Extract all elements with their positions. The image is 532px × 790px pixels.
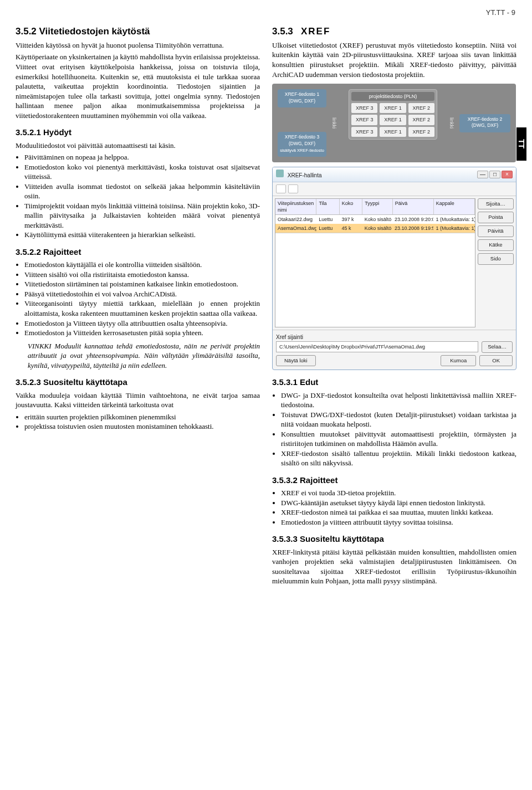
diagram-cell: XREF 2 xyxy=(408,115,434,125)
pln-box: projektitiedosto (PLN) XREF 3 XREF 1 XRE… xyxy=(349,89,437,140)
list-item: erittäin suurten projektien pilkkominen … xyxy=(24,412,260,422)
paragraph: Käyttöperiaate on yksinkertainen ja käyt… xyxy=(16,52,260,120)
heading-3532: 3.5.3.2 Rajoitteet xyxy=(272,475,516,486)
page-number: YT.TT - 9 xyxy=(486,8,515,18)
poista-button[interactable]: Poista xyxy=(478,212,514,223)
diagram-cell: XREF 2 xyxy=(408,103,434,113)
right-column: 3.5.3 XREF Ulkoiset viitetiedostot (XREF… xyxy=(272,25,516,588)
cell: Luettu xyxy=(316,224,339,233)
heading-3531: 3.5.3.1 Edut xyxy=(272,377,516,388)
sijoita-button[interactable]: Sijoita… xyxy=(478,198,514,210)
list-item: Tiimiprojektit voidaan myös linkittää vi… xyxy=(24,201,260,230)
heading-353: 3.5.3 XREF xyxy=(272,25,516,38)
xref-block-1-title: XREF-tiedosto 1 (DWG, DXF) xyxy=(280,91,324,105)
list-item: Toistuvat DWG/DXF-tiedostot (kuten Detal… xyxy=(281,410,516,429)
cell: 45 k xyxy=(339,224,362,233)
cell: Luettu xyxy=(316,215,339,224)
tool-icon[interactable] xyxy=(276,184,286,193)
list-3523: erittäin suurten projektien pilkkominen … xyxy=(16,412,260,432)
table-row-selected[interactable]: AsemaOma1.dwg Luettu 45 k Koko sisältö 2… xyxy=(275,224,475,233)
list-item: DWG- ja DXF-tiedostot konsulteilta ovat … xyxy=(281,391,516,410)
paragraph: Viitteiden käytössä on hyvät ja huonot p… xyxy=(16,40,260,50)
xref-manager-window: XREF-hallinta — □ × Viitepiirustuksen ni… xyxy=(272,167,516,370)
ok-button[interactable]: OK xyxy=(479,355,513,367)
paragraph: XREF-linkitystä pitäisi käyttää pelkästä… xyxy=(272,547,516,586)
cell: 397 k xyxy=(339,215,362,224)
katke-button[interactable]: Kätke xyxy=(478,239,514,251)
hint-block: VINKKI Moduulit kannattaa tehdä emotiedo… xyxy=(28,341,260,371)
list-item: Emotiedoston ja Viitteen täytyy olla att… xyxy=(24,319,260,329)
list-item: Viitteiden avulla isommat tiedostot on s… xyxy=(24,182,260,201)
titlebar: XREF-hallinta — □ × xyxy=(273,167,516,182)
list-item: Emotiedoston ja viitteen attribuutit täy… xyxy=(281,517,516,527)
list-item: Viitteen sisältö voi olla ristiriitaista… xyxy=(24,270,260,280)
heading-3521: 3.5.2.1 Hyödyt xyxy=(16,127,260,138)
cell: 1 (Muokattavia: 1) xyxy=(433,224,474,233)
table-row[interactable]: Otakaari22.dwg Luettu 397 k Koko sisältö… xyxy=(275,215,475,224)
list-item: XREF ei voi tuoda 3D-tietoa projektiin. xyxy=(281,488,516,498)
path-input[interactable]: C:\Users\Jenni\Desktop\My Dropbox\Privat… xyxy=(276,341,478,352)
linkki-label-right: linkki xyxy=(448,117,455,129)
side-tab: TT xyxy=(516,127,526,161)
selaa-button[interactable]: Selaa… xyxy=(482,341,513,353)
col-state: Tila xyxy=(316,199,339,214)
xref-block-1: XREF-tiedosto 1 (DWG, DXF) xyxy=(278,89,326,107)
list-item: Konsulttien muutokset päivittyvät automa… xyxy=(281,429,516,449)
col-size: Koko xyxy=(340,199,362,214)
xref-table: Viitepiirustuksen nimi Tila Koko Tyyppi … xyxy=(275,198,475,328)
list-item: XREF-tiedoston nimeä tai paikkaa ei saa … xyxy=(281,507,516,517)
table-header: Viitepiirustuksen nimi Tila Koko Tyyppi … xyxy=(275,199,475,215)
cell: 1 (Muokattavia: 1) xyxy=(433,215,474,224)
list-item: DWG-kääntäjän asetukset täytyy käydä läp… xyxy=(281,498,516,508)
list-item: Viitetiedoston siirtäminen tai poistamin… xyxy=(24,279,260,289)
minimize-button[interactable]: — xyxy=(477,171,488,178)
list-item: Viiteorganisointi täytyy miettiä tarkkaa… xyxy=(24,299,260,318)
cell: Koko sisältö xyxy=(362,215,392,224)
diagram-cell: XREF 3 xyxy=(351,127,377,137)
xref-block-2-title: XREF-tiedosto 2 (DWG, DXF) xyxy=(462,116,508,130)
list-item: Päivittäminen on nopeaa ja helppoa. xyxy=(24,152,260,162)
sido-button[interactable]: Sido xyxy=(478,253,514,265)
diagram-cell: XREF 3 xyxy=(351,103,377,113)
list-item: XREF-tiedoston sisältö tallentuu projekt… xyxy=(281,449,516,468)
diagram-cell: XREF 2 xyxy=(408,127,434,137)
list-item: projektissa toistuvien osien muutosten m… xyxy=(24,422,260,432)
cell: Koko sisältö xyxy=(362,224,392,233)
window-title: XREF-hallinta xyxy=(288,172,322,178)
heading-353-number: 3.5.3 xyxy=(272,26,293,37)
heading-3523: 3.5.2.3 Suositeltu käyttötapa xyxy=(16,377,260,388)
list-3531: DWG- ja DXF-tiedostot konsulteilta ovat … xyxy=(272,391,516,468)
paragraph: Vaikka moduuleja voidaan käyttää Tiimin … xyxy=(16,391,260,410)
list-item: Käyttöliittymä esittää viiterakenteen ja… xyxy=(24,230,260,240)
paivita-button[interactable]: Päivitä xyxy=(478,225,514,237)
kumoa-button[interactable]: Kumoa xyxy=(441,355,476,367)
path-label: Xref sijainti xyxy=(276,334,513,341)
cell: AsemaOma1.dwg xyxy=(275,224,316,233)
list-item: Emotiedoston koko voi pienentyä merkittä… xyxy=(24,162,260,182)
col-date: Päivä xyxy=(393,199,434,214)
xref-block-3-title: XREF-tiedosto 3 (DWG, DXF) xyxy=(280,134,324,148)
close-button[interactable]: × xyxy=(502,171,513,178)
xref-block-3-sub: sisältyvä XREF-tiedosto xyxy=(280,148,324,155)
cell: 23.10.2008 9:20:05 xyxy=(392,215,433,224)
heading-352: 3.5.2 Viitetiedostojen käytöstä xyxy=(16,25,260,38)
xref-diagram: XREF-tiedosto 1 (DWG, DXF) XREF-tiedosto… xyxy=(272,84,516,162)
heading-3522: 3.5.2.2 Rajoitteet xyxy=(16,247,260,258)
tool-icon[interactable] xyxy=(288,184,298,193)
paragraph: Moduulitiedostot voi päivittää automaatt… xyxy=(16,141,260,151)
col-type: Tyyppi xyxy=(362,199,392,214)
col-count: Kappale xyxy=(434,199,475,214)
linkki-label-left: linkki xyxy=(331,117,337,129)
list-item: Pääsyä viitetiedostoihin ei voi valvoa A… xyxy=(24,289,260,299)
diagram-cell: XREF 3 xyxy=(351,115,377,125)
nayta-loki-button[interactable]: Näytä loki xyxy=(276,355,316,367)
list-3532: XREF ei voi tuoda 3D-tietoa projektiin. … xyxy=(272,488,516,527)
diagram-cell: XREF 1 xyxy=(380,127,406,137)
cell: 23.10.2008 9:19:51 xyxy=(392,224,433,233)
list-3522: Emotiedoston käyttäjällä ei ole kontroll… xyxy=(16,260,260,337)
toolbar xyxy=(273,182,516,196)
xref-block-3: XREF-tiedosto 3 (DWG, DXF) sisältyvä XRE… xyxy=(278,132,326,157)
maximize-button[interactable]: □ xyxy=(489,171,500,178)
pln-title: projektitiedosto (PLN) xyxy=(351,92,434,101)
xref-block-2: XREF-tiedosto 2 (DWG, DXF) xyxy=(459,114,510,132)
